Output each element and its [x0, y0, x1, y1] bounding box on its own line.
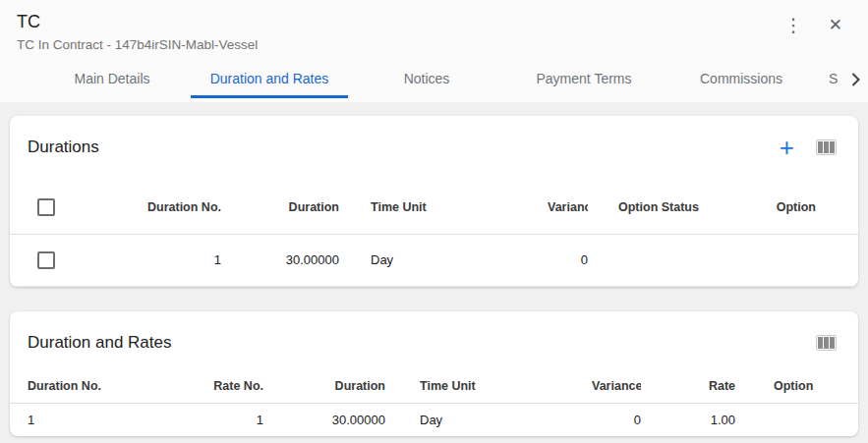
durations-card-header: Durations +	[10, 116, 858, 182]
page-subtitle: TC In Contract - 147b4irSIN-Mabl-Vessel	[17, 35, 258, 55]
duration-rates-actions	[816, 335, 837, 351]
cell-duration: 30.00000	[263, 404, 385, 436]
dialog-header: TC TC In Contract - 147b4irSIN-Mabl-Vess…	[0, 0, 868, 61]
chevron-right-icon[interactable]	[842, 61, 868, 98]
cell-rate-no: 1	[206, 404, 263, 436]
page-title: TC	[17, 10, 258, 33]
tab-payment-terms[interactable]: Payment Terms	[505, 61, 663, 98]
durations-title: Durations	[28, 136, 99, 159]
col-duration-no: Duration No.	[69, 182, 221, 234]
table-row[interactable]: 1 1 30.00000 Day 0 1.00	[10, 404, 858, 436]
add-duration-icon[interactable]: +	[780, 138, 794, 157]
tab-bar: Main Details Duration and Rates Notices …	[0, 61, 868, 102]
duration-rates-title: Duration and Rates	[28, 331, 171, 355]
cell-option	[735, 404, 831, 436]
row-checkbox[interactable]	[37, 251, 55, 269]
col-variance: Variance	[592, 370, 641, 404]
tab-main-details[interactable]: Main Details	[33, 61, 191, 98]
col-duration: Duration	[221, 182, 339, 234]
col-option-status: Option Status	[588, 182, 723, 234]
col-time-unit: Time Unit	[385, 370, 592, 404]
col-rate-no: Rate No.	[206, 370, 263, 404]
cell-variance: 0	[592, 404, 641, 436]
dialog-header-text: TC TC In Contract - 147b4irSIN-Mabl-Vess…	[17, 10, 258, 55]
cell-rate: 1.00	[641, 404, 735, 436]
row-checkbox-cell	[10, 234, 69, 286]
cell-duration-no: 1	[10, 404, 206, 436]
select-all-cell	[10, 182, 69, 234]
close-icon[interactable]: ✕	[829, 16, 842, 35]
cell-option	[723, 234, 816, 286]
col-variance: Variance	[548, 182, 588, 234]
cell-option-status	[588, 234, 723, 286]
durations-card: Durations + Duration No. Duration Time U…	[10, 116, 858, 287]
cell-variance: 0	[548, 234, 588, 286]
column-settings-icon[interactable]	[816, 139, 837, 155]
duration-rates-table: Duration No. Rate No. Duration Time Unit…	[10, 370, 858, 436]
cell-time-unit: Day	[385, 404, 592, 436]
cell-time-unit: Day	[339, 234, 548, 286]
table-row[interactable]: 1 30.00000 Day 0	[10, 234, 858, 286]
cell-duration-no: 1	[69, 234, 221, 286]
col-duration: Duration	[263, 370, 385, 404]
cell-duration: 30.00000	[221, 234, 339, 286]
more-options-icon[interactable]: ⋮	[781, 16, 807, 35]
dialog-content: Durations + Duration No. Duration Time U…	[0, 102, 868, 436]
tab-duration-and-rates[interactable]: Duration and Rates	[191, 61, 348, 98]
duration-and-rates-card: Duration and Rates Duration No. Rate No.…	[10, 311, 858, 436]
duration-rates-card-header: Duration and Rates	[10, 311, 858, 370]
col-duration-no: Duration No.	[10, 370, 206, 404]
col-option: Option	[723, 182, 816, 234]
tab-commissions[interactable]: Commissions	[663, 61, 820, 98]
col-time-unit: Time Unit	[339, 182, 548, 234]
dialog-header-actions: ⋮ ✕	[781, 10, 852, 35]
column-settings-icon[interactable]	[816, 335, 837, 351]
durations-header-row: Duration No. Duration Time Unit Variance…	[10, 182, 858, 234]
tab-next-partial[interactable]: S	[820, 61, 842, 98]
col-rate: Rate	[641, 370, 735, 404]
durations-actions: +	[780, 138, 837, 157]
tab-notices[interactable]: Notices	[348, 61, 505, 98]
select-all-checkbox[interactable]	[37, 198, 55, 216]
duration-rates-header-row: Duration No. Rate No. Duration Time Unit…	[10, 370, 858, 404]
durations-table: Duration No. Duration Time Unit Variance…	[10, 182, 858, 287]
col-option: Option	[735, 370, 831, 404]
